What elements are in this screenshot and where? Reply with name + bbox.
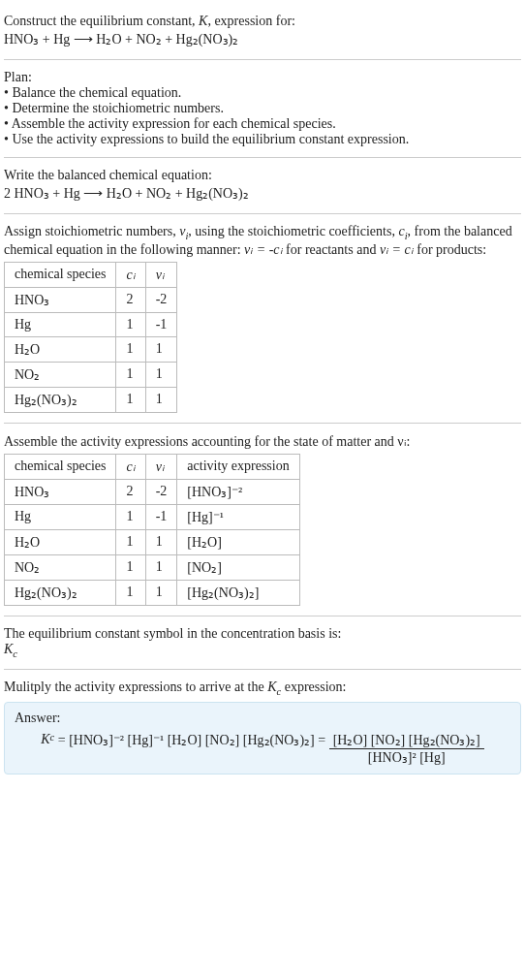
table-row: HNO₃2-2 — [5, 287, 177, 312]
table-header-row: chemical species cᵢ νᵢ activity expressi… — [5, 454, 300, 479]
cell: NO₂ — [5, 362, 116, 387]
equals-and-flat: = [HNO₃]⁻² [Hg]⁻¹ [H₂O] [NO₂] [Hg₂(NO₃)₂… — [54, 732, 328, 766]
cell: 1 — [145, 362, 177, 387]
balanced-equation: 2 HNO₃ + Hg ⟶ H₂O + NO₂ + Hg₂(NO₃)₂ — [4, 185, 521, 202]
cell: -1 — [145, 312, 177, 336]
table-row: Hg₂(NO₃)₂11[Hg₂(NO₃)₂] — [5, 580, 300, 605]
cell: Hg₂(NO₃)₂ — [5, 387, 116, 412]
table-row: H₂O11 — [5, 336, 177, 362]
balanced-heading: Write the balanced chemical equation: — [4, 168, 521, 183]
cell: [Hg₂(NO₃)₂] — [177, 580, 299, 605]
cell: 1 — [145, 554, 177, 580]
relation-products: νᵢ = cᵢ — [380, 242, 414, 257]
cell: 1 — [116, 529, 145, 554]
cell: 1 — [116, 554, 145, 580]
plan-section: Plan: • Balance the chemical equation. •… — [4, 64, 521, 153]
cell: Hg₂(NO₃)₂ — [5, 580, 116, 605]
stoich-section: Assign stoichiometric numbers, νi, using… — [4, 218, 521, 419]
cell: H₂O — [5, 529, 116, 554]
cell: 1 — [116, 387, 145, 412]
stoich-part: Assign stoichiometric numbers, — [4, 224, 179, 238]
plan-heading: Plan: — [4, 70, 521, 85]
th-species: chemical species — [5, 262, 116, 287]
title-text: Construct the equilibrium constant, — [4, 14, 199, 28]
stoich-part: for products: — [414, 242, 486, 257]
multiply-after: expression: — [281, 680, 346, 694]
table-row: HNO₃2-2[HNO₃]⁻² — [5, 479, 300, 504]
cell: 2 — [116, 287, 145, 312]
cell: Hg — [5, 504, 116, 529]
stoich-table: chemical species cᵢ νᵢ HNO₃2-2 Hg1-1 H₂O… — [4, 262, 177, 413]
cell: 1 — [145, 580, 177, 605]
cell: 1 — [145, 387, 177, 412]
K-letter: K — [267, 680, 276, 694]
th-ci: cᵢ — [116, 454, 145, 479]
cell: 2 — [116, 479, 145, 504]
cell: [HNO₃]⁻² — [177, 479, 299, 504]
cell: Hg — [5, 312, 116, 336]
cell: [NO₂] — [177, 554, 299, 580]
K-letter: K — [4, 642, 13, 656]
th-nui: νᵢ — [145, 262, 177, 287]
divider — [4, 213, 521, 214]
balanced-section: Write the balanced chemical equation: 2 … — [4, 162, 521, 209]
numerator: [H₂O] [NO₂] [Hg₂(NO₃)₂] — [329, 732, 484, 749]
cell: [H₂O] — [177, 529, 299, 554]
table-header-row: chemical species cᵢ νᵢ — [5, 262, 177, 287]
cell: 1 — [116, 362, 145, 387]
kc-symbol-section: The equilibrium constant symbol in the c… — [4, 620, 521, 665]
title-K: K — [199, 14, 207, 28]
th-ci: cᵢ — [116, 262, 145, 287]
answer-box: Answer: Kc = [HNO₃]⁻² [Hg]⁻¹ [H₂O] [NO₂]… — [4, 702, 521, 775]
stoich-text: Assign stoichiometric numbers, νi, using… — [4, 224, 521, 258]
cell: 1 — [116, 580, 145, 605]
table-row: Hg1-1 — [5, 312, 177, 336]
plan-item: • Assemble the activity expression for e… — [4, 116, 521, 132]
plan-item: • Balance the chemical equation. — [4, 85, 521, 101]
cell: 1 — [116, 336, 145, 362]
activity-heading: Assemble the activity expressions accoun… — [4, 433, 521, 450]
multiply-line: Mulitply the activity expressions to arr… — [4, 680, 521, 697]
divider — [4, 669, 521, 670]
cell: 1 — [116, 312, 145, 336]
c-sub: c — [13, 648, 17, 659]
kc-expression: Kc = [HNO₃]⁻² [Hg]⁻¹ [H₂O] [NO₂] [Hg₂(NO… — [15, 732, 510, 766]
divider — [4, 157, 521, 158]
cell: NO₂ — [5, 554, 116, 580]
cell: -2 — [145, 287, 177, 312]
table-row: H₂O11[H₂O] — [5, 529, 300, 554]
divider — [4, 616, 521, 616]
table-row: Hg1-1[Hg]⁻¹ — [5, 504, 300, 529]
table-row: Hg₂(NO₃)₂11 — [5, 387, 177, 412]
cell: HNO₃ — [5, 287, 116, 312]
answer-label: Answer: — [15, 711, 510, 726]
title-after: , expression for: — [207, 14, 295, 28]
relation-reactants: νᵢ = -cᵢ — [244, 242, 283, 257]
cell: H₂O — [5, 336, 116, 362]
stoich-part: , using the stoichiometric coefficients, — [188, 224, 398, 238]
unbalanced-equation: HNO₃ + Hg ⟶ H₂O + NO₂ + Hg₂(NO₃)₂ — [4, 31, 521, 47]
activity-table: chemical species cᵢ νᵢ activity expressi… — [4, 454, 300, 606]
th-nui: νᵢ — [145, 454, 177, 479]
cell: -1 — [145, 504, 177, 529]
divider — [4, 59, 521, 60]
kc-symbol: Kc — [4, 642, 521, 659]
cell: [Hg]⁻¹ — [177, 504, 299, 529]
th-activity: activity expression — [177, 454, 299, 479]
title-line: Construct the equilibrium constant, K, e… — [4, 14, 521, 29]
table-row: NO₂11 — [5, 362, 177, 387]
fraction: [H₂O] [NO₂] [Hg₂(NO₃)₂] [HNO₃]² [Hg] — [329, 732, 484, 766]
table-row: NO₂11[NO₂] — [5, 554, 300, 580]
final-section: Mulitply the activity expressions to arr… — [4, 674, 521, 781]
divider — [4, 423, 521, 424]
activity-section: Assemble the activity expressions accoun… — [4, 427, 521, 612]
plan-item: • Use the activity expressions to build … — [4, 132, 521, 147]
denominator: [HNO₃]² [Hg] — [329, 749, 484, 766]
cell: -2 — [145, 479, 177, 504]
cell: 1 — [145, 336, 177, 362]
K-letter: K — [41, 732, 49, 766]
cell: 1 — [116, 504, 145, 529]
plan-item: • Determine the stoichiometric numbers. — [4, 101, 521, 116]
multiply-text: Mulitply the activity expressions to arr… — [4, 680, 267, 694]
cell: HNO₃ — [5, 479, 116, 504]
